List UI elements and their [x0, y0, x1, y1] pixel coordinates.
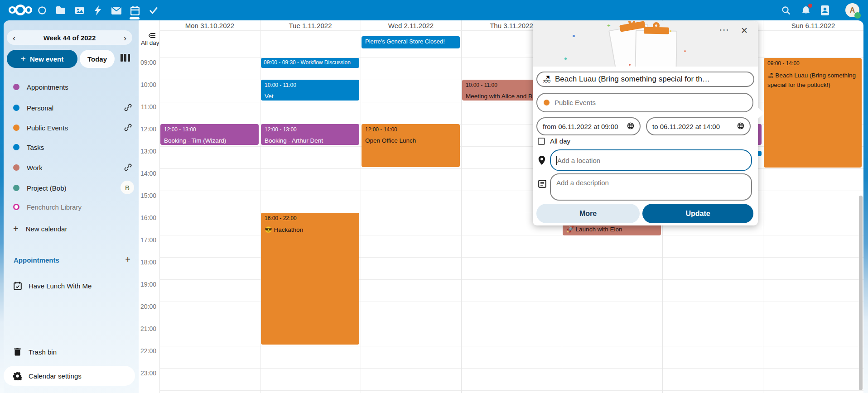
calendar-color-dot	[544, 100, 550, 105]
calendar-item-personal[interactable]: Personal	[4, 100, 139, 116]
shared-link-icon[interactable]	[124, 104, 132, 113]
time-label: 10:00	[139, 81, 156, 88]
trash-bin-button[interactable]: Trash bin	[4, 344, 139, 360]
tasks-icon[interactable]	[148, 5, 159, 16]
calendar-select[interactable]: Public Events	[536, 93, 753, 112]
timezone-globe-icon[interactable]	[627, 122, 634, 131]
nextcloud-logo[interactable]	[7, 4, 34, 18]
contacts-icon[interactable]	[819, 5, 831, 16]
calendar-item-work[interactable]: Work	[4, 159, 139, 176]
description-input[interactable]: Add a description	[550, 173, 752, 201]
confetti-dot	[629, 64, 631, 66]
today-button[interactable]: Today	[80, 50, 115, 68]
calendar-item-fenchurch-library[interactable]: Fenchurch Library	[4, 199, 139, 215]
time-label: 18:00	[139, 259, 156, 266]
event-beach-luau[interactable]: 09:00 - 14:00 🏖 Beach Luau (Bring someth…	[764, 58, 862, 168]
share-avatar-badge: B	[121, 181, 134, 194]
plus-icon: +	[13, 225, 19, 232]
time-label: 11:00	[139, 103, 156, 110]
time-label: 17:00	[139, 236, 156, 244]
location-input[interactable]: Add a location	[550, 149, 752, 171]
calendar-color-dot	[13, 164, 19, 171]
time-label: 13:00	[139, 148, 156, 155]
time-label: 12:00	[139, 125, 156, 133]
calendar-item-appointments[interactable]: Appointments	[4, 79, 139, 95]
notification-badge	[808, 4, 812, 8]
calendar-color-dot	[13, 144, 19, 150]
notifications-bell-icon[interactable]	[800, 5, 812, 16]
search-icon[interactable]	[780, 5, 792, 16]
all-day-label: All day	[141, 39, 159, 46]
files-icon[interactable]	[55, 5, 67, 16]
time-label: 19:00	[139, 281, 156, 288]
calendar-settings-button[interactable]: Calendar settings	[4, 366, 135, 386]
dashboard-icon[interactable]	[36, 5, 48, 16]
checkbox-unchecked[interactable]	[538, 138, 545, 145]
end-datetime-field[interactable]: to 06.11.2022 at 14:00	[646, 117, 751, 135]
new-calendar-button[interactable]: + New calendar	[4, 220, 139, 237]
mail-icon[interactable]	[111, 5, 122, 16]
add-appointment-button[interactable]: +	[125, 254, 130, 265]
prev-week-button[interactable]: ‹	[13, 34, 15, 42]
close-icon[interactable]: ✕	[741, 25, 748, 36]
gear-icon	[13, 372, 22, 380]
event-vet[interactable]: 10:00 - 11:00 Vet	[261, 80, 359, 101]
shared-link-icon[interactable]	[124, 163, 132, 173]
more-button[interactable]: More	[536, 204, 640, 223]
next-week-button[interactable]: ›	[124, 34, 126, 42]
event-pierres-store-closed[interactable]: Pierre's General Store Closed!	[362, 36, 460, 48]
calendar-color-dot	[13, 84, 19, 90]
description-icon	[538, 180, 546, 190]
confetti-plus: +	[607, 22, 611, 29]
appointment-item-have-lunch[interactable]: Have Lunch With Me	[4, 278, 139, 294]
calendar-check-icon	[13, 282, 22, 290]
text-cursor	[556, 156, 557, 165]
sidebar: ‹ Week 44 of 2022 › + New event Today Ap…	[4, 20, 139, 393]
location-pin-icon	[538, 156, 545, 167]
calendar-color-dot	[13, 105, 19, 111]
confetti-dot	[684, 50, 686, 52]
confetti-dot	[564, 58, 567, 60]
time-label: 22:00	[139, 347, 156, 355]
active-app-indicator	[130, 17, 140, 19]
plus-icon: +	[21, 54, 26, 64]
time-label: 23:00	[139, 369, 156, 377]
shared-link-icon[interactable]	[124, 124, 132, 133]
top-bar: A	[0, 0, 868, 20]
calendar-item-tasks[interactable]: Tasks	[4, 139, 139, 155]
calendar-item-project-bob[interactable]: Project (Bob) B	[4, 180, 139, 196]
calendar-color-ring	[13, 204, 19, 210]
calendar-color-dot	[13, 125, 19, 131]
day-header-tue: Tue 1.11.2022	[260, 20, 361, 31]
event-booking-tim[interactable]: 12:00 - 13:00 Booking - Tim (Wizard)	[160, 124, 259, 145]
timezone-globe-icon[interactable]	[737, 122, 744, 131]
beach-umbrella-emoji: 🏖	[543, 75, 551, 84]
day-header-mon: Mon 31.10.2022	[159, 20, 260, 31]
day-header-wed: Wed 2.11.2022	[361, 20, 461, 31]
event-open-office-lunch[interactable]: 12:00 - 14:00 Open Office Lunch	[362, 124, 460, 167]
event-booking-arthur[interactable]: 12:00 - 13:00 Booking - Arthur Dent	[261, 124, 359, 145]
time-label: 16:00	[139, 214, 156, 221]
activity-icon[interactable]	[92, 5, 104, 16]
event-workflow-discussion[interactable]: 09:00 - 09:30 - Workflow Discussion	[261, 58, 359, 68]
vertical-scrollbar[interactable]	[859, 196, 863, 390]
view-columns-icon[interactable]	[121, 54, 130, 62]
new-event-button[interactable]: + New event	[7, 50, 77, 68]
event-editor-popup: + ⋯ ✕ 🏖 Beach Luau (Bring something spec…	[533, 21, 758, 225]
update-button[interactable]: Update	[642, 204, 753, 223]
calendar-color-dot	[13, 185, 19, 191]
time-label: 20:00	[139, 303, 156, 310]
popup-more-actions-icon[interactable]: ⋯	[719, 24, 730, 36]
day-header-sun: Sun 6.11.2022	[763, 20, 863, 31]
appointments-heading: Appointments	[14, 256, 59, 264]
start-datetime-field[interactable]: from 06.11.2022 at 09:00	[536, 117, 641, 135]
calendar-item-public-events[interactable]: Public Events	[4, 120, 139, 136]
photos-icon[interactable]	[73, 5, 85, 16]
popup-arrow	[757, 107, 764, 120]
time-label: 14:00	[139, 170, 156, 177]
event-title-input[interactable]: 🏖 Beach Luau (Bring something special fo…	[536, 72, 754, 87]
calendar-app-icon[interactable]	[129, 5, 141, 16]
time-label: 09:00	[139, 59, 156, 66]
event-hackathon[interactable]: 16:00 - 22:00 😎 Hackathon	[261, 213, 359, 345]
all-day-checkbox[interactable]: All day	[538, 137, 570, 145]
